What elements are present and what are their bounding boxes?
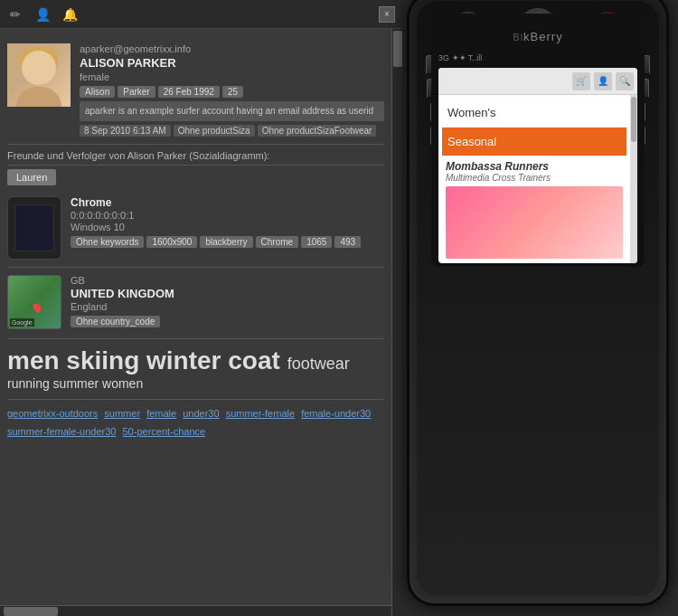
location-tags: Ohne country_code (71, 316, 384, 327)
menu-item-seasonal[interactable]: Seasonal (442, 128, 626, 156)
tag-country-code: Ohne country_code (71, 316, 160, 327)
product-name: Mombassa Runners (446, 160, 623, 173)
phone-container: BlkBerry 3G ✦✦ T..ill 🛒 👤 🔍 (398, 0, 678, 616)
tag-cloud: men skiing winter coat footwear running … (7, 339, 384, 400)
tag-dob: 26 Feb 1992 (158, 86, 220, 98)
cart-icon[interactable]: 🛒 (572, 72, 590, 90)
meta-tag-productsize: Ohne productSiza (174, 125, 255, 137)
tag-coat[interactable]: coat (228, 346, 287, 374)
horizontal-scroll-thumb[interactable] (4, 607, 58, 616)
links-section: geometrixx-outdoors summer female under3… (7, 400, 384, 447)
avatar-face (22, 51, 56, 85)
avatar (7, 43, 71, 107)
user-icon[interactable]: 👤 (34, 6, 51, 23)
profile-description: aparker is an example surfer account hav… (80, 101, 384, 121)
user-icon-browser[interactable]: 👤 (594, 72, 612, 90)
tag-blackberry: blackberry (200, 236, 252, 248)
meta-tag-footwear: Ohne productSizaFootwear (258, 125, 377, 137)
phone-inner: BlkBerry 3G ✦✦ T..ill 🛒 👤 🔍 (417, 1, 659, 596)
session-ip: 0:0:0:0:0:0:0:1 (71, 210, 384, 221)
tag-winter[interactable]: winter (146, 346, 228, 374)
profile-gender: female (80, 71, 384, 82)
device-screen (14, 204, 54, 251)
profile-email: aparker@geometrixx.info (80, 43, 384, 54)
status-left: 3G ✦✦ T..ill (438, 53, 482, 62)
link-50-percent-chance[interactable]: 50-percent-chance (123, 426, 206, 437)
tag-1065: 1065 (301, 236, 332, 248)
country-name: UNITED KINGDOM (71, 287, 384, 300)
tag-summer[interactable]: summer (53, 376, 102, 391)
country-code: GB (71, 275, 384, 286)
profile-name: ALISON PARKER (80, 56, 384, 70)
lauren-button[interactable]: Lauren (7, 169, 56, 185)
session-browser: Chrome (71, 196, 384, 209)
avatar-image (7, 43, 71, 107)
phone-screen: BlkBerry 3G ✦✦ T..ill 🛒 👤 🔍 (431, 14, 645, 267)
profile-meta-tags: 8 Sep 2010 6:13 AM Ohne productSiza Ohne… (80, 125, 384, 137)
tag-chrome: Chrome (256, 236, 299, 248)
pencil-icon[interactable]: ✏ (7, 6, 24, 23)
session-os: Windows 10 (71, 222, 384, 232)
horizontal-scrollbar[interactable] (0, 605, 391, 616)
brand-name: kBerry (523, 30, 563, 43)
close-button[interactable]: × (379, 6, 395, 23)
bell-icon[interactable]: 🔔 (61, 6, 78, 23)
link-under30[interactable]: under30 (183, 408, 219, 419)
tag-493: 493 (334, 236, 361, 248)
menu-item-womens[interactable]: Women's (442, 99, 626, 128)
social-actions: Lauren (7, 166, 384, 189)
phone-browser: 🛒 👤 🔍 Women's Seasonal Mombassa Runners … (438, 68, 637, 263)
link-female[interactable]: female (146, 408, 176, 419)
link-summer-female-under30[interactable]: summer-female-under30 (7, 426, 116, 437)
map-thumbnail: Google (7, 275, 61, 329)
tag-resolution: 1600x900 (146, 236, 197, 248)
session-section: Chrome 0:0:0:0:0:0:0:1 Windows 10 Ohne k… (7, 189, 384, 268)
avatar-body (16, 87, 61, 107)
device-thumbnail (7, 196, 61, 260)
browser-scrollbar[interactable] (630, 95, 637, 263)
map-label: Google (10, 318, 34, 327)
tag-women[interactable]: women (102, 376, 143, 391)
profile-info: aparker@geometrixx.info ALISON PARKER fe… (80, 43, 384, 137)
left-panel: ✏ 👤 🔔 × aparker@geometrixx.info ALISON P… (0, 0, 402, 616)
phone-brand: BlkBerry (513, 30, 562, 43)
social-label: Freunde und Verfolger von Alison Parker … (7, 145, 384, 166)
browser-scroll-thumb[interactable] (631, 97, 636, 142)
product-image (446, 186, 623, 259)
tag-skiing[interactable]: skiing (66, 346, 146, 374)
phone-body: BlkBerry 3G ✦✦ T..ill 🛒 👤 🔍 (407, 0, 669, 606)
session-tags: Ohne keywords 1600x900 blackberry Chrome… (71, 236, 384, 248)
tag-alison: Alison (80, 86, 115, 98)
location-info: GB UNITED KINGDOM England Ohne country_c… (71, 275, 384, 331)
search-icon-browser[interactable]: 🔍 (616, 72, 634, 90)
panel-content: aparker@geometrixx.info ALISON PARKER fe… (0, 29, 402, 454)
tag-age: 25 (222, 86, 243, 98)
link-summer-female[interactable]: summer-female (226, 408, 295, 419)
browser-content: Women's Seasonal Mombassa Runners Multim… (438, 95, 637, 263)
product-area: Mombassa Runners Multimedia Cross Traine… (442, 156, 626, 263)
tag-men[interactable]: men (7, 346, 66, 374)
tag-keywords: Ohne keywords (71, 236, 144, 248)
status-bar: 3G ✦✦ T..ill (438, 50, 637, 66)
tag-footwear[interactable]: footwear (287, 355, 350, 373)
profile-section: aparker@geometrixx.info ALISON PARKER fe… (7, 36, 384, 145)
profile-tags: Alison Parker 26 Feb 1992 25 (80, 86, 384, 98)
location-section: Google GB UNITED KINGDOM England Ohne co… (7, 268, 384, 339)
link-summer[interactable]: summer (104, 408, 140, 419)
bb-logo: Bl (513, 32, 523, 43)
country-region: England (71, 301, 384, 312)
session-info: Chrome 0:0:0:0:0:0:0:1 Windows 10 Ohne k… (71, 196, 384, 251)
meta-tag-date: 8 Sep 2010 6:13 AM (80, 125, 171, 137)
tag-parker: Parker (118, 86, 155, 98)
tag-running[interactable]: running (7, 376, 53, 391)
title-bar: ✏ 👤 🔔 × (0, 0, 402, 29)
link-female-under30[interactable]: female-under30 (301, 408, 371, 419)
browser-toolbar: 🛒 👤 🔍 (438, 68, 637, 95)
product-sub: Multimedia Cross Trainers (446, 173, 623, 183)
link-geometrixx[interactable]: geometrixx-outdoors (7, 408, 98, 419)
